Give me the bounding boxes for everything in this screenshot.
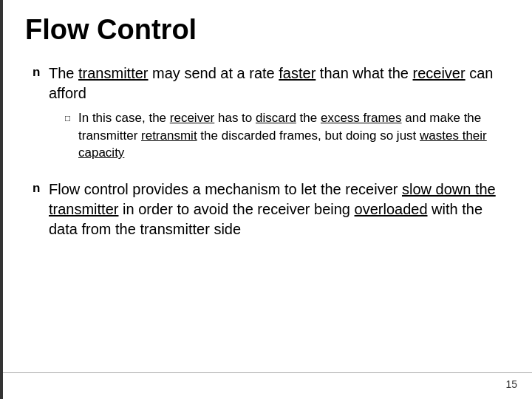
bullet-1-text: The transmitter may send at a rate faste… bbox=[49, 65, 493, 101]
bullet-2-marker: n bbox=[33, 181, 49, 196]
bullet-2: n Flow control provides a mechanism to l… bbox=[33, 180, 510, 239]
sub-bullet-1: □ In this case, the receiver has to disc… bbox=[65, 109, 510, 162]
slide-divider bbox=[3, 372, 532, 373]
bullet-1: n The transmitter may send at a rate fas… bbox=[33, 64, 510, 169]
bullet-1-marker: n bbox=[33, 65, 49, 80]
slide-content: n The transmitter may send at a rate fas… bbox=[25, 64, 510, 239]
bullet-2-text: Flow control provides a mechanism to let… bbox=[49, 180, 510, 239]
slide: Flow Control n The transmitter may send … bbox=[0, 0, 532, 399]
slide-title: Flow Control bbox=[25, 15, 510, 46]
sub-bullet-icon: □ bbox=[65, 113, 78, 123]
page-number: 15 bbox=[505, 378, 517, 390]
sub-bullet-1-text: In this case, the receiver has to discar… bbox=[78, 109, 510, 162]
